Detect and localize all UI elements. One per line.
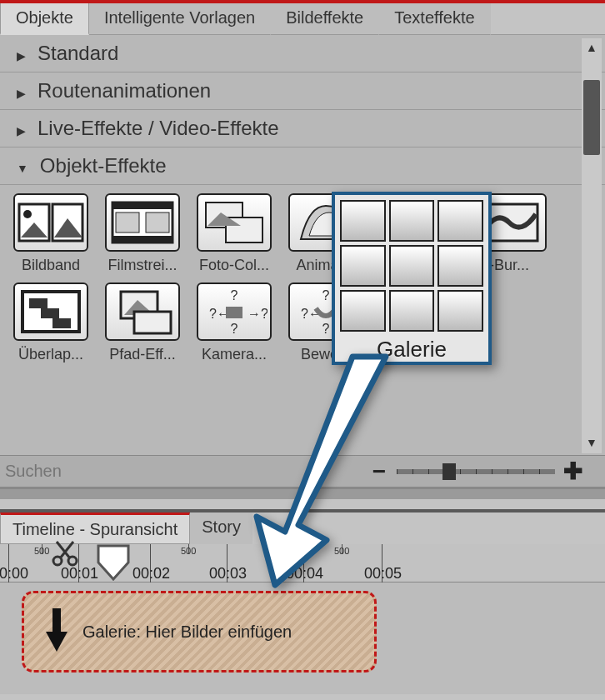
svg-rect-30 [52,608,61,633]
thumb-icon: ??←→?? [197,282,272,341]
collapse-icon [17,154,28,178]
svg-text:?: ? [231,288,238,302]
tabbar-spacer [491,3,605,35]
dropzone-label: Galerie: Hier Bilder einfügen [82,622,292,642]
svg-text:→?: →? [248,307,268,321]
category-route[interactable]: Routenanimationen [0,72,605,110]
zoom-in-icon[interactable]: ✚ [560,458,585,485]
expand-icon [17,117,26,140]
thumb-icon [105,193,180,252]
svg-rect-21 [226,307,242,318]
svg-rect-7 [146,212,169,232]
gallery-dropzone[interactable]: Galerie: Hier Bilder einfügen [22,591,377,672]
effect-label: Bildband [12,257,90,274]
effect-bildband[interactable]: Bildband [12,193,90,274]
zoom-handle[interactable] [442,463,456,480]
category-standard[interactable]: Standard [0,35,605,72]
category-label: Live-Effekte / Video-Effekte [38,117,279,140]
ruler-tick: 00:00 [8,544,9,582]
svg-text:?: ? [231,322,238,336]
expand-icon [17,79,26,102]
insert-arrow-icon [44,607,69,657]
effect-ueberlappung[interactable]: Überlap... [12,282,90,363]
tab-image-effects[interactable]: Bildeffekte [271,3,379,35]
category-label: Standard [38,42,118,65]
playhead[interactable] [97,544,130,582]
effect-foto-collage[interactable]: Foto-Col... [195,193,273,274]
ruler-tick: 00:03 [227,544,228,582]
svg-rect-5 [112,236,172,242]
scroll-thumb[interactable] [583,80,600,155]
category-object-effects[interactable]: Objekt-Effekte [0,148,605,185]
tab-text-effects[interactable]: Texteffekte [379,3,490,35]
effect-filmstreifen[interactable]: Filmstrei... [103,193,182,274]
expand-icon [17,42,26,65]
svg-rect-16 [134,312,171,333]
scroll-up-icon[interactable]: ▲ [582,38,602,58]
scroll-down-icon[interactable]: ▼ [582,433,602,453]
scissors-icon[interactable] [50,538,80,572]
svg-rect-13 [41,308,59,318]
thumb-icon [105,282,180,341]
svg-rect-6 [116,212,139,232]
category-label: Routenanimationen [38,79,211,102]
category-label: Objekt-Effekte [40,154,167,178]
svg-point-1 [23,210,32,218]
svg-rect-4 [112,202,172,209]
ruler-tick-minor: 500 [188,544,189,554]
svg-rect-14 [52,318,71,328]
effect-pfad[interactable]: Pfad-Eff... [103,282,182,363]
effects-grid: Bildband Filmstrei... Foto-Col... Animat… [0,185,605,368]
thumb-icon [13,193,88,252]
effect-label: Pfad-Eff... [103,346,182,363]
effect-label: Foto-Col... [195,257,273,274]
thumb-icon [197,193,272,252]
category-live[interactable]: Live-Effekte / Video-Effekte [0,110,605,148]
tab-templates[interactable]: Intelligente Vorlagen [89,3,271,35]
tab-timeline-track[interactable]: Timeline - Spuransicht [0,512,190,544]
tab-objects[interactable]: Objekte [0,3,89,35]
zoom-slider[interactable] [397,469,555,474]
svg-text:?: ? [322,322,330,336]
ruler-tick: 00:02 [150,544,151,582]
effect-label: Filmstrei... [103,257,182,274]
ruler-tick-minor: 500 [42,544,42,554]
svg-rect-12 [29,298,48,308]
scrollbar[interactable]: ▲ ▼ [582,38,602,453]
callout-arrow-icon [240,350,390,595]
gallery-callout: Galerie [332,192,492,365]
gallery-grid-icon [340,200,483,332]
toolbox-tabbar: Objekte Intelligente Vorlagen Bildeffekt… [0,0,605,35]
thumb-icon [13,282,88,341]
svg-text:?: ? [322,288,330,302]
effect-label: Überlap... [12,346,90,363]
